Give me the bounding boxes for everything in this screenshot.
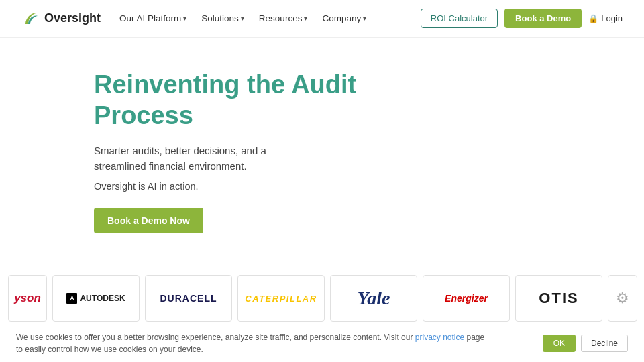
navbar: Oversight Our AI Platform ▾ Solutions ▾ … [0, 0, 644, 38]
logo[interactable]: Oversight [21, 9, 101, 28]
partial-logo: ⚙ [616, 290, 629, 307]
otis-logo: OTIS [539, 290, 578, 307]
logo-card-yale: Yale [330, 275, 417, 322]
hero-section: Reinventing the Audit Process Smarter au… [0, 38, 644, 255]
nav-ai-platform[interactable]: Our AI Platform ▾ [119, 13, 186, 23]
cookie-banner: We use cookies to offer you a better bro… [0, 324, 644, 362]
caterpillar-logo: CATERPILLAR [245, 294, 317, 304]
logo-text: Oversight [44, 11, 101, 25]
chevron-down-icon: ▾ [241, 15, 244, 22]
yale-logo: Yale [358, 288, 390, 309]
book-demo-button[interactable]: Book a Demo [504, 9, 582, 28]
logo-card-duracell: DURACELL [145, 275, 232, 322]
navbar-right: ROI Calculator Book a Demo 🔒 Login [421, 9, 623, 28]
autodesk-logo: A AUTODESK [66, 293, 125, 304]
chevron-down-icon: ▾ [363, 15, 366, 22]
logos-strip: yson A AUTODESK DURACELL CATERPILLAR Yal… [0, 275, 644, 322]
hero-subtitle: Smarter audits, better decisions, and a … [94, 143, 302, 174]
cookie-ok-button[interactable]: OK [543, 335, 576, 352]
nav-company[interactable]: Company ▾ [322, 13, 366, 23]
duracell-logo: DURACELL [160, 293, 217, 304]
logo-card-partial: ⚙ [608, 275, 637, 322]
nav-solutions[interactable]: Solutions ▾ [201, 13, 244, 23]
cookie-buttons: OK Decline [543, 335, 628, 352]
cookie-text: We use cookies to offer you a better bro… [16, 331, 486, 355]
tyson-logo: yson [14, 292, 41, 305]
energizer-logo: Energizer [445, 293, 488, 304]
lock-icon: 🔒 [588, 14, 598, 23]
nav-resources[interactable]: Resources ▾ [259, 13, 308, 23]
autodesk-icon: A [66, 293, 77, 304]
logo-card-energizer: Energizer [423, 275, 510, 322]
nav-links: Our AI Platform ▾ Solutions ▾ Resources … [119, 13, 366, 23]
hero-tagline: Oversight is AI in action. [94, 181, 623, 192]
hero-cta-button[interactable]: Book a Demo Now [94, 208, 203, 233]
logo-card-autodesk: A AUTODESK [52, 275, 140, 322]
privacy-notice-link[interactable]: privacy notice [415, 333, 464, 342]
logo-card-caterpillar: CATERPILLAR [237, 275, 325, 322]
chevron-down-icon: ▾ [183, 15, 186, 22]
hero-title: Reinventing the Audit Process [94, 70, 416, 131]
logo-card-tyson: yson [8, 275, 47, 322]
login-button[interactable]: 🔒 Login [588, 13, 623, 23]
roi-calculator-button[interactable]: ROI Calculator [421, 9, 498, 28]
logo-card-otis: OTIS [515, 275, 602, 322]
cookie-decline-button[interactable]: Decline [581, 335, 628, 352]
navbar-left: Oversight Our AI Platform ▾ Solutions ▾ … [21, 9, 366, 28]
logo-icon [21, 9, 40, 28]
chevron-down-icon: ▾ [304, 15, 307, 22]
